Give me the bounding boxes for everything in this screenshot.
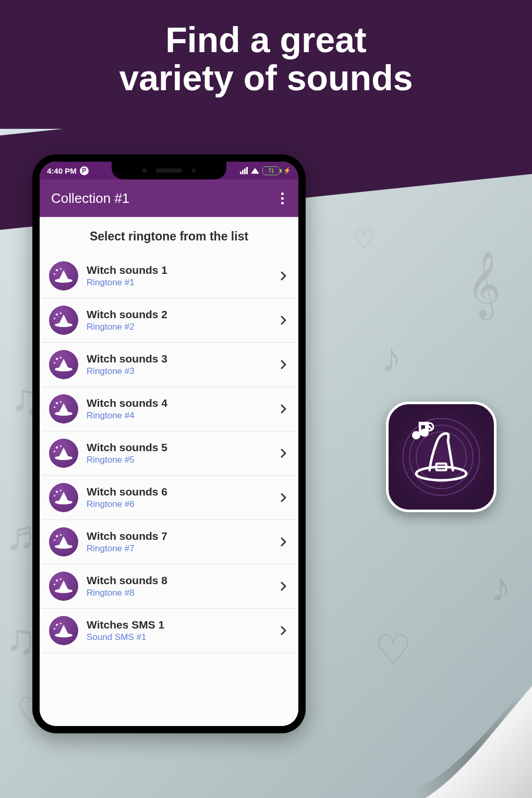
- app-icon: [386, 402, 497, 512]
- ringtone-title: Witch sounds 5: [87, 441, 270, 454]
- ringtone-meta: Witch sounds 2 Ringtone #2: [87, 308, 270, 332]
- ringtone-row[interactable]: Witch sounds 1 Ringtone #1: [40, 254, 298, 298]
- wifi-icon: [251, 168, 259, 174]
- ringtone-row[interactable]: Witch sounds 4 Ringtone #4: [40, 387, 298, 431]
- witch-hat-icon: [49, 261, 78, 291]
- ringtone-list: Select ringtone from the list Witch soun…: [40, 217, 298, 726]
- svg-point-2: [416, 432, 466, 482]
- chevron-right-icon: [279, 360, 289, 369]
- ringtone-meta: Witch sounds 5 Ringtone #5: [87, 441, 270, 465]
- ringtone-title: Witch sounds 2: [87, 308, 270, 321]
- charging-icon: ⚡: [283, 167, 291, 174]
- chevron-right-icon: [279, 404, 289, 414]
- app-bar: Collection #1: [40, 179, 298, 217]
- ringtone-subtitle: Sound SMS #1: [87, 632, 270, 643]
- overflow-menu-button[interactable]: [278, 189, 287, 208]
- ringtone-title: Witch sounds 8: [87, 574, 270, 587]
- ringtone-subtitle: Ringtone #2: [87, 322, 270, 332]
- page-curl-decoration: [387, 663, 532, 798]
- ringtone-subtitle: Ringtone #6: [87, 499, 270, 510]
- ringtone-title: Witch sounds 7: [87, 530, 270, 542]
- battery-icon: 71: [262, 166, 280, 175]
- ringtone-subtitle: Ringtone #5: [87, 455, 270, 465]
- ringtone-meta: Witch sounds 8 Ringtone #8: [87, 574, 270, 598]
- ringtone-title: Witch sounds 6: [87, 486, 270, 498]
- phone-mockup: 4:40 PM P 71 ⚡ Collection #1 Select ring…: [32, 154, 306, 733]
- app-bar-title: Collection #1: [51, 190, 129, 207]
- svg-point-0: [403, 418, 479, 495]
- ringtone-subtitle: Ringtone #3: [87, 366, 270, 377]
- witch-hat-icon: [49, 483, 78, 512]
- svg-point-3: [416, 467, 466, 480]
- ringtone-subtitle: Ringtone #4: [87, 410, 270, 421]
- ringtone-meta: Witch sounds 1 Ringtone #1: [87, 264, 270, 288]
- ringtone-subtitle: Ringtone #7: [87, 543, 270, 554]
- ringtone-meta: Witch sounds 6 Ringtone #6: [87, 486, 270, 510]
- phone-notch: [112, 162, 226, 179]
- witch-hat-icon: [49, 439, 78, 468]
- ringtone-meta: Witches SMS 1 Sound SMS #1: [87, 619, 270, 643]
- list-header: Select ringtone from the list: [40, 217, 298, 254]
- ringtone-meta: Witch sounds 7 Ringtone #7: [87, 530, 270, 554]
- chevron-right-icon: [279, 493, 289, 502]
- ringtone-title: Witches SMS 1: [87, 619, 270, 631]
- witch-hat-icon: [49, 527, 78, 557]
- ringtone-row[interactable]: Witches SMS 1 Sound SMS #1: [40, 609, 298, 653]
- android-p-icon: P: [80, 166, 89, 175]
- ringtone-title: Witch sounds 1: [87, 264, 270, 276]
- witch-hat-icon: [49, 394, 78, 424]
- chevron-right-icon: [279, 449, 289, 458]
- svg-rect-8: [419, 422, 421, 436]
- ringtone-meta: Witch sounds 4 Ringtone #4: [87, 397, 270, 421]
- ringtone-row[interactable]: Witch sounds 7 Ringtone #7: [40, 520, 298, 564]
- ringtone-row[interactable]: Witch sounds 2 Ringtone #2: [40, 298, 298, 343]
- witch-hat-icon: [49, 350, 78, 379]
- chevron-right-icon: [279, 271, 289, 281]
- ringtone-meta: Witch sounds 3 Ringtone #3: [87, 353, 270, 377]
- witch-hat-icon: [49, 306, 78, 335]
- ringtone-title: Witch sounds 3: [87, 353, 270, 365]
- chevron-right-icon: [279, 537, 289, 547]
- banner-line-2: variety of sounds: [10, 59, 522, 97]
- witch-hat-icon: [49, 572, 78, 601]
- ringtone-row[interactable]: Witch sounds 3 Ringtone #3: [40, 343, 298, 387]
- status-time: 4:40 PM: [47, 166, 77, 175]
- banner-line-1: Find a great: [10, 21, 522, 59]
- ringtone-title: Witch sounds 4: [87, 397, 270, 409]
- ringtone-row[interactable]: Witch sounds 6 Ringtone #6: [40, 476, 298, 520]
- ringtone-row[interactable]: Witch sounds 8 Ringtone #8: [40, 564, 298, 609]
- chevron-right-icon: [279, 582, 289, 591]
- promo-banner: Find a great variety of sounds: [0, 0, 532, 129]
- signal-icon: [240, 167, 248, 174]
- witch-hat-icon: [49, 616, 78, 645]
- phone-screen: 4:40 PM P 71 ⚡ Collection #1 Select ring…: [40, 162, 298, 726]
- ringtone-subtitle: Ringtone #1: [87, 277, 270, 288]
- chevron-right-icon: [279, 316, 289, 325]
- ringtone-row[interactable]: Witch sounds 5 Ringtone #5: [40, 431, 298, 476]
- ringtone-subtitle: Ringtone #8: [87, 588, 270, 598]
- chevron-right-icon: [279, 626, 289, 635]
